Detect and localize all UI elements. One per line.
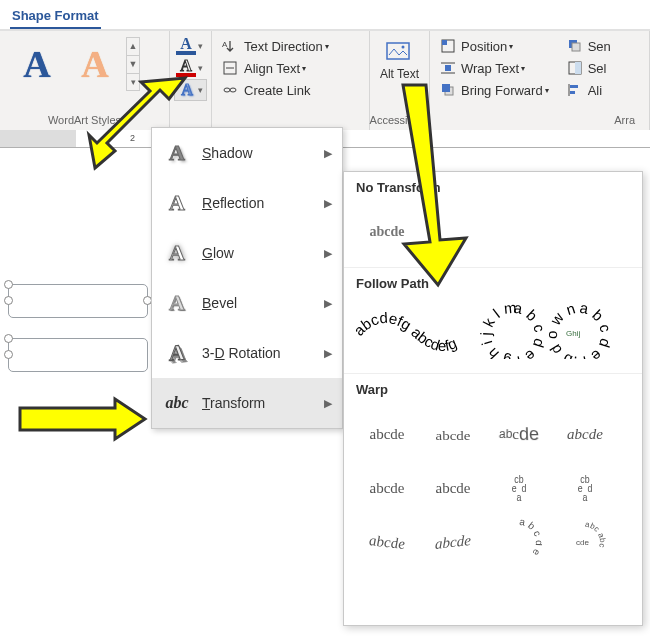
menu-reflection-label: Reflection — [202, 195, 324, 211]
text-direction-icon: A — [222, 38, 238, 54]
align-text-button[interactable]: Align Text▾ — [220, 57, 361, 79]
svg-rect-9 — [445, 65, 451, 71]
path-button[interactable]: a b c d e f .b d o w nGhij — [546, 303, 612, 359]
warp-button[interactable]: abc abccde — [554, 517, 616, 567]
create-link-label: Create Link — [244, 83, 310, 98]
menu-3drotation-label: 3-D Rotation — [202, 345, 324, 361]
gallery-up-icon[interactable]: ▲ — [126, 37, 140, 55]
resize-handle-icon[interactable] — [4, 280, 13, 289]
text-effects-menu: A SShadowhadow ▶ A Reflection ▶ A Glow ▶… — [151, 127, 343, 429]
chevron-right-icon: ▶ — [324, 297, 332, 310]
chevron-right-icon: ▶ — [324, 347, 332, 360]
align-icon — [567, 82, 583, 98]
align-text-icon — [222, 60, 238, 76]
resize-handle-icon[interactable] — [4, 296, 13, 305]
send-label: Sen — [588, 39, 611, 54]
bring-forward-label: Bring Forward — [461, 83, 543, 98]
alt-text-icon — [385, 41, 413, 65]
menu-transform-label: Transform — [202, 395, 324, 411]
bevel-icon: A — [162, 290, 192, 316]
selection-pane-button[interactable]: Sel — [565, 57, 613, 79]
svg-text:a b c d e f g h i j k l m: a b c d e f g h i j k l m — [480, 303, 546, 359]
resize-handle-icon[interactable] — [4, 350, 13, 359]
warp-chevron-up[interactable]: abcde — [356, 463, 418, 513]
accessibility-group: Alt Text Accessibility — [370, 31, 430, 130]
svg-text:cde: cde — [576, 538, 589, 547]
warp-circle[interactable]: a b c d e — [488, 517, 550, 567]
svg-text:abcdefg abcdefg: abcdefg abcdefg — [352, 309, 459, 354]
menu-glow-label: Glow — [202, 245, 324, 261]
text-effects-group: A▾ A▾ A▾ — [170, 31, 212, 130]
transform-none[interactable]: abcde — [356, 207, 418, 257]
wrap-text-button[interactable]: Wrap Text▾ — [438, 57, 551, 79]
shape-rounded-rect[interactable] — [8, 284, 148, 318]
tab-shape-format[interactable]: Shape Format — [10, 4, 101, 29]
wordart-preset-orange[interactable]: A — [66, 35, 124, 93]
warp-plain[interactable]: abcde — [356, 409, 418, 459]
chevron-right-icon: ▶ — [324, 397, 332, 410]
no-transform-heading: No Transform — [344, 172, 642, 203]
warp-triangle-up[interactable]: abcde — [485, 411, 553, 461]
reflection-icon: A — [162, 190, 192, 216]
text-outline-button[interactable]: A▾ — [174, 57, 207, 79]
send-backward-button[interactable]: Sen — [565, 35, 613, 57]
text-effects-button[interactable]: A▾ — [174, 79, 207, 101]
svg-point-3 — [224, 88, 230, 92]
resize-handle-icon[interactable] — [4, 334, 13, 343]
warp-stop[interactable]: abcde — [422, 413, 484, 458]
svg-point-4 — [230, 88, 236, 92]
shadow-icon: A — [162, 140, 192, 166]
svg-text:Ghij: Ghij — [566, 329, 580, 338]
arrange-group: Position▾ Wrap Text▾ Bring Forward▾ Sen — [430, 31, 650, 130]
svg-rect-8 — [442, 40, 447, 45]
path-arch-down[interactable]: abcdefg abcdefg — [352, 303, 480, 359]
alt-text-label: Alt Text — [380, 68, 419, 81]
chevron-down-icon: ▾ — [545, 86, 549, 95]
path-circle[interactable]: a b c d e f g h i j k l m — [480, 303, 546, 359]
text-controls-group: A Text Direction▾ Align Text▾ Create Lin… — [212, 31, 370, 130]
select-label: Sel — [588, 61, 607, 76]
align-text-label: Align Text — [244, 61, 300, 76]
send-backward-icon — [567, 38, 583, 54]
svg-point-6 — [402, 46, 405, 49]
glow-icon: A — [162, 240, 192, 266]
wrap-text-label: Wrap Text — [461, 61, 519, 76]
warp-arch-down[interactable]: abcde — [422, 514, 484, 571]
chevron-down-icon: ▾ — [198, 41, 203, 51]
create-link-button[interactable]: Create Link — [220, 79, 361, 101]
svg-rect-19 — [570, 85, 578, 88]
chevron-right-icon: ▶ — [324, 247, 332, 260]
warp-ring-inside[interactable]: cbe da — [494, 463, 544, 513]
menu-bevel[interactable]: A Bevel ▶ — [152, 278, 342, 328]
svg-rect-5 — [387, 43, 409, 59]
warp-triangle-down[interactable]: abcde — [554, 409, 616, 459]
gallery-more-icon[interactable]: ▾ — [126, 73, 140, 91]
warp-ring-outside[interactable]: cbe da — [560, 463, 610, 513]
bring-forward-icon — [440, 82, 456, 98]
menu-shadow[interactable]: A SShadowhadow ▶ — [152, 128, 342, 178]
menu-transform[interactable]: abc Transform ▶ — [152, 378, 342, 428]
wordart-preset-blue[interactable]: A — [8, 35, 66, 93]
gallery-down-icon[interactable]: ▼ — [126, 55, 140, 73]
transform-icon: abc — [162, 390, 192, 416]
align-button[interactable]: Ali — [565, 79, 613, 101]
alt-text-button[interactable]: Alt Text — [380, 35, 419, 81]
chevron-down-icon: ▾ — [198, 85, 203, 95]
position-icon — [440, 38, 456, 54]
menu-3d-rotation[interactable]: A 3-D Rotation ▶ — [152, 328, 342, 378]
warp-arch-up[interactable]: abcde — [356, 514, 418, 571]
svg-rect-13 — [442, 84, 450, 92]
svg-rect-17 — [575, 62, 581, 74]
rotation-3d-icon: A — [162, 339, 192, 368]
bring-forward-button[interactable]: Bring Forward▾ — [438, 79, 551, 101]
text-fill-button[interactable]: A▾ — [174, 35, 207, 57]
ruler-mark-2: 2 — [130, 133, 135, 143]
shape-rounded-rect[interactable] — [8, 338, 148, 372]
menu-reflection[interactable]: A Reflection ▶ — [152, 178, 342, 228]
chevron-down-icon: ▾ — [521, 64, 525, 73]
position-button[interactable]: Position▾ — [438, 35, 551, 57]
menu-glow[interactable]: A Glow ▶ — [152, 228, 342, 278]
warp-chevron-down[interactable]: abcde — [422, 463, 484, 513]
text-direction-button[interactable]: A Text Direction▾ — [220, 35, 361, 57]
svg-text:a b c d e: a b c d e — [519, 519, 542, 558]
